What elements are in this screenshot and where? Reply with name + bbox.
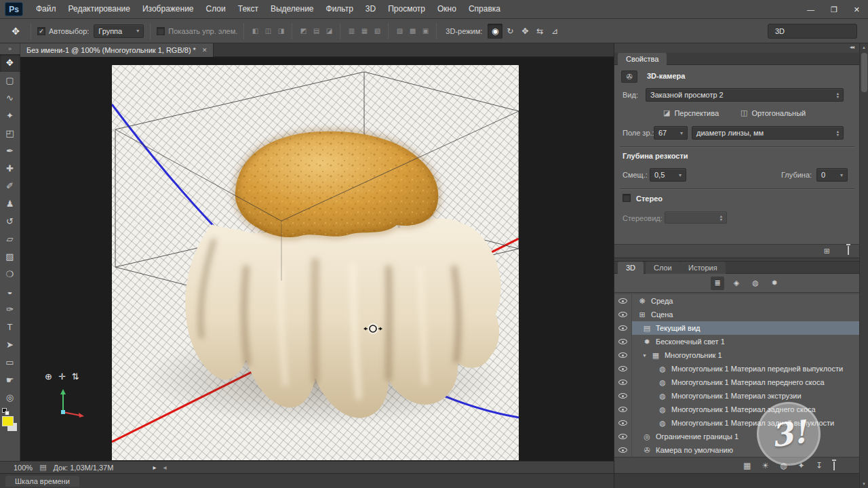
restore-button[interactable]: ❐ bbox=[831, 5, 837, 14]
delete-icon[interactable] bbox=[833, 462, 835, 470]
menu-view[interactable]: Просмотр bbox=[382, 0, 431, 18]
stereo-checkbox[interactable] bbox=[623, 194, 631, 202]
dock-scrollbar[interactable]: ▴ ▾ bbox=[859, 43, 868, 488]
collapse-toolbar-icon[interactable]: » bbox=[8, 43, 12, 54]
tree-row-current-view[interactable]: ▤Текущий вид bbox=[614, 321, 860, 335]
expander-icon[interactable]: ▼ bbox=[642, 353, 647, 358]
autoselect-checkbox[interactable]: ✓ bbox=[37, 27, 45, 35]
clone-stamp-tool[interactable]: ♟ bbox=[0, 195, 20, 213]
marquee-tool[interactable]: ▢ bbox=[0, 72, 20, 89]
close-tab-icon[interactable]: ✕ bbox=[202, 47, 208, 54]
collapse-panels-icon[interactable]: ◂◂ bbox=[850, 44, 854, 50]
orbit-view-icon[interactable]: ⊕ bbox=[45, 371, 52, 382]
scroll-up-icon[interactable]: ▴ bbox=[860, 45, 868, 50]
zoom-level[interactable]: 100% bbox=[14, 464, 33, 472]
gradient-tool[interactable]: ▨ bbox=[0, 248, 20, 266]
align-top-icon[interactable]: ◩ bbox=[298, 27, 308, 35]
visibility-toggle[interactable] bbox=[614, 348, 632, 362]
document-sizes[interactable]: Док: 1,03M/1,37M bbox=[54, 464, 114, 472]
align-center-v-icon[interactable]: ▤ bbox=[311, 27, 321, 35]
tree-row[interactable]: ◍Многоугольник 1 Материал переднего скос… bbox=[614, 375, 860, 389]
scrollbar-thumb[interactable] bbox=[861, 53, 867, 92]
visibility-toggle[interactable] bbox=[614, 443, 632, 457]
lens-select[interactable]: диаметр линзы, мм ▴▾ bbox=[692, 126, 844, 140]
visibility-toggle[interactable] bbox=[614, 389, 632, 403]
orthographic-toggle[interactable]: ◫ Ортогональный bbox=[741, 108, 806, 117]
shape-tool[interactable]: ▭ bbox=[0, 354, 20, 371]
zoom-tool[interactable]: ◎ bbox=[0, 389, 20, 407]
tree-row[interactable]: ▼▦Многоугольник 1 bbox=[614, 348, 860, 362]
tab-properties[interactable]: Свойства bbox=[618, 53, 667, 65]
add-light-icon[interactable]: ☀ bbox=[762, 461, 769, 470]
visibility-toggle[interactable] bbox=[614, 362, 632, 375]
tab-timeline[interactable]: Шкала времени bbox=[5, 476, 79, 487]
filter-mesh-icon[interactable]: ◈ bbox=[730, 277, 743, 290]
align-center-h-icon[interactable]: ◫ bbox=[263, 27, 273, 35]
filter-material-icon[interactable]: ◍ bbox=[749, 277, 762, 290]
menu-edit[interactable]: Редактирование bbox=[62, 0, 136, 18]
menu-type[interactable]: Текст bbox=[232, 0, 264, 18]
menu-filter[interactable]: Фильтр bbox=[320, 0, 359, 18]
tree-row[interactable]: ⊞Сцена bbox=[614, 308, 860, 321]
eyedropper-tool[interactable]: ✒ bbox=[0, 142, 20, 160]
lasso-tool[interactable]: ∿ bbox=[0, 89, 20, 107]
tab-history[interactable]: История bbox=[680, 262, 726, 274]
tree-row[interactable]: ◍Многоугольник 1 Материал передней выпук… bbox=[614, 362, 860, 375]
align-bottom-icon[interactable]: ◪ bbox=[324, 27, 334, 35]
workspace-switcher[interactable]: 3D bbox=[768, 24, 857, 39]
visibility-toggle[interactable] bbox=[614, 416, 632, 430]
quick-selection-tool[interactable]: ✦ bbox=[0, 107, 20, 125]
menu-layers[interactable]: Слои bbox=[200, 0, 232, 18]
ground-plane-icon[interactable]: ▦ bbox=[743, 461, 751, 470]
filter-scene-icon[interactable]: ≣ bbox=[711, 277, 724, 290]
minimize-button[interactable]: — bbox=[807, 5, 814, 14]
history-brush-tool[interactable]: ↺ bbox=[0, 213, 20, 230]
pan-camera-icon[interactable]: ✥ bbox=[517, 24, 532, 39]
depth-input[interactable]: 0 ▾ bbox=[816, 168, 848, 182]
dodge-tool[interactable]: ◒ bbox=[0, 283, 20, 301]
visibility-toggle[interactable] bbox=[614, 294, 632, 308]
tree-row[interactable]: ◍Многоугольник 1 Материал экструзии bbox=[614, 389, 860, 403]
tree-row[interactable]: ✹Бесконечный свет 1 bbox=[614, 335, 860, 348]
tab-layers[interactable]: Слои bbox=[646, 262, 680, 274]
type-tool[interactable]: T bbox=[0, 319, 20, 336]
pan-view-icon[interactable]: ✛ bbox=[58, 371, 66, 382]
view-select[interactable]: Заказной просмотр 2 ▴▾ bbox=[646, 88, 844, 102]
foreground-color-swatch[interactable] bbox=[2, 416, 14, 426]
menu-help[interactable]: Справка bbox=[462, 0, 507, 18]
tree-row[interactable]: ◎Ограничение границы 1 bbox=[614, 430, 860, 443]
document-tab[interactable]: Без имени-1 @ 100% (Многоугольник 1, RGB… bbox=[20, 43, 214, 57]
export-icon[interactable]: ↧ bbox=[816, 461, 823, 470]
default-colors-icon[interactable] bbox=[2, 408, 9, 415]
dolly-view-icon[interactable]: ⇅ bbox=[72, 371, 79, 382]
blur-tool[interactable]: ❍ bbox=[0, 266, 20, 283]
menu-file[interactable]: Файл bbox=[30, 0, 62, 18]
delete-icon[interactable] bbox=[848, 246, 849, 254]
tree-row[interactable]: ❋Среда bbox=[614, 294, 860, 308]
eraser-tool[interactable]: ▱ bbox=[0, 230, 20, 248]
perspective-toggle[interactable]: ◪ Перспектива bbox=[663, 108, 719, 117]
distribute-right-icon[interactable]: ▧ bbox=[372, 27, 382, 35]
hand-tool[interactable]: ☛ bbox=[0, 371, 20, 389]
show-controls-checkbox[interactable] bbox=[157, 27, 165, 35]
menu-select[interactable]: Выделение bbox=[264, 0, 320, 18]
distribute-center-h-icon[interactable]: ▦ bbox=[359, 27, 369, 35]
autoselect-target-select[interactable]: Группа ▾ bbox=[94, 24, 144, 38]
visibility-toggle[interactable] bbox=[614, 308, 632, 321]
orbit-camera-icon[interactable]: ◉ bbox=[488, 24, 502, 39]
distribute-left-icon[interactable]: ▥ bbox=[347, 27, 356, 35]
status-back-icon[interactable]: ◂ bbox=[163, 464, 166, 471]
menu-image[interactable]: Изображение bbox=[136, 0, 200, 18]
visibility-toggle[interactable] bbox=[614, 403, 632, 416]
filter-light-icon[interactable]: ✹ bbox=[768, 277, 781, 290]
visibility-toggle[interactable] bbox=[614, 375, 632, 389]
status-play-icon[interactable]: ▸ bbox=[153, 464, 156, 471]
slide-camera-icon[interactable]: ⇆ bbox=[532, 24, 547, 39]
distribute-center-v-icon[interactable]: ▩ bbox=[408, 27, 417, 35]
visibility-toggle[interactable] bbox=[614, 321, 632, 335]
distribute-top-icon[interactable]: ▨ bbox=[395, 27, 404, 35]
close-button[interactable]: ✕ bbox=[854, 5, 860, 14]
roll-camera-icon[interactable]: ↻ bbox=[502, 24, 517, 39]
brush-tool[interactable]: ✐ bbox=[0, 178, 20, 195]
tab-3d[interactable]: 3D bbox=[618, 262, 644, 274]
